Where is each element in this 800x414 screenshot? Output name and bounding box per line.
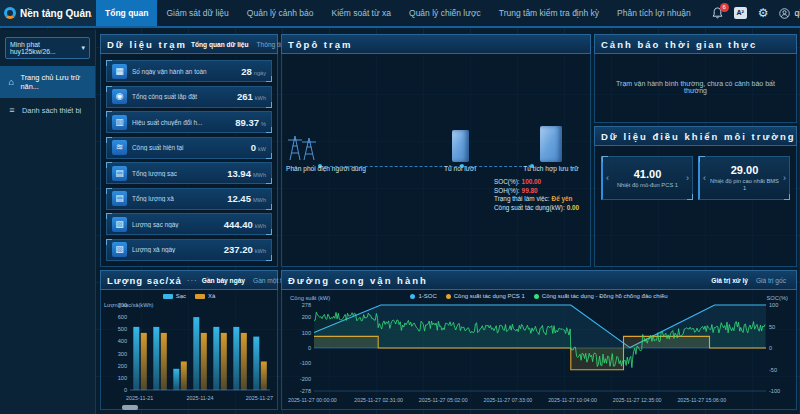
nav-item-0[interactable]: Tổng quan	[96, 0, 157, 26]
stat-icon: ▤	[112, 191, 127, 206]
legend-item-1[interactable]: Công suất tác dụng PCS 1	[446, 293, 525, 299]
charge-panel-title: Lượng sạc/xả	[107, 275, 182, 286]
legend-marker	[446, 294, 451, 299]
chevron-down-icon: ▾	[82, 44, 85, 52]
stat-unit: kWh	[255, 95, 266, 101]
storage-info-line: SOC(%):100.00	[494, 178, 579, 187]
stat-label: Công suất hiện tại	[132, 144, 246, 151]
svg-text:-100: -100	[300, 360, 311, 366]
station-select[interactable]: Minh phat huy125kw/26... ▾	[5, 37, 90, 59]
grid-cabinet-node[interactable]: Tủ nối lưới	[430, 130, 490, 172]
svg-text:500: 500	[118, 326, 127, 332]
legend-item-0[interactable]: 1-SOC	[410, 293, 436, 299]
env-card-body: 41.00Nhiệt độ mô-đun PCS 1	[612, 168, 683, 189]
svg-text:2025-11-24: 2025-11-24	[186, 395, 213, 401]
more-options-icon[interactable]: ···	[187, 276, 198, 285]
stat-label: Tổng công suất lắp đặt	[132, 93, 232, 100]
tab-station-0[interactable]: Tổng quan dữ liệu	[187, 39, 253, 50]
legend-item-2[interactable]: Công suất tác dụng - Đồng hồ chống đảo c…	[534, 293, 668, 299]
nav-item-3[interactable]: Kiểm soát từ xa	[322, 0, 400, 26]
stat-row-6: ▧Lượng sạc ngày444.40kWh	[106, 213, 272, 235]
app-title: Nền tảng Quản...	[20, 8, 92, 19]
username: qikechao	[794, 8, 800, 18]
tab-curve-0[interactable]: Giá trị xử lý	[707, 275, 752, 286]
topology-panel: Tôpô trạm Phân phối điện người dùng Tủ n…	[281, 34, 591, 267]
left-axis-title: Công suất (kW)	[290, 295, 330, 301]
stat-icon: ≋	[112, 140, 127, 155]
nav-item-4[interactable]: Quản lý chiến lược	[400, 0, 490, 26]
sidebar-item-0[interactable]: ⌂Trang chủ Lưu trữ năn...	[0, 66, 95, 98]
logo-icon	[4, 7, 16, 19]
line-chart-legend: 1-SOCCông suất tác dụng PCS 1Công suất t…	[282, 293, 796, 299]
svg-text:2025-11-27 05:02:00: 2025-11-27 05:02:00	[419, 397, 468, 403]
svg-text:200: 200	[302, 314, 311, 320]
prev-arrow-icon[interactable]: ‹	[603, 173, 612, 183]
storage-info-label: Trạng thái làm việc:	[494, 195, 550, 202]
svg-text:50: 50	[769, 324, 775, 330]
env-value: 29.00	[709, 164, 780, 176]
node-label: Tủ nối lưới	[430, 165, 490, 172]
next-arrow-icon[interactable]: ›	[780, 173, 789, 183]
stat-value: 13.94MWh	[227, 168, 266, 179]
topology-panel-title: Tôpô trạm	[288, 39, 352, 50]
legend-item-0[interactable]: Sạc	[163, 293, 186, 299]
sidebar-item-1[interactable]: ≡Danh sách thiết bị	[0, 98, 95, 122]
storage-info-value: 100.00	[522, 178, 542, 185]
nav-item-5[interactable]: Trung tâm kiểm tra định kỳ	[490, 0, 608, 26]
storage-cabinet-node[interactable]: Tủ tích hợp lưu trữ	[518, 126, 584, 172]
list-icon: ≡	[7, 105, 17, 115]
stat-value: 0kW	[251, 142, 266, 153]
stat-value: 444.40kWh	[224, 219, 266, 230]
environment-panel: Dữ liệu điều khiển môi trường ‹41.00Nhiệ…	[594, 126, 797, 267]
stat-value: 237.20kWh	[224, 244, 266, 255]
svg-text:2025-11-27 00:00:00: 2025-11-27 00:00:00	[288, 397, 337, 403]
notification-badge: 6	[720, 3, 729, 12]
svg-text:2025-11-27 12:35:00: 2025-11-27 12:35:00	[613, 397, 662, 403]
grid-supply-node[interactable]: Phân phối điện người dùng	[286, 132, 358, 172]
stat-label: Tổng lượng xả	[132, 195, 222, 202]
svg-text:400: 400	[118, 338, 127, 344]
svg-text:0: 0	[308, 345, 311, 351]
power-towers-icon	[286, 132, 320, 162]
stat-unit: kWh	[255, 223, 266, 229]
tab-charge-0[interactable]: Gần bảy ngày	[198, 275, 249, 286]
sidebar-item-label: Trang chủ Lưu trữ năn...	[20, 73, 88, 91]
storage-info-value: 0.00	[567, 204, 579, 211]
prev-arrow-icon[interactable]: ‹	[700, 173, 709, 183]
svg-text:700: 700	[118, 302, 127, 308]
stat-label: Lượng sạc ngày	[132, 221, 219, 228]
legend-marker	[534, 294, 539, 299]
stat-label: Lượng xả ngày	[132, 246, 219, 253]
storage-info-label: Công suất tác dụng(kW):	[494, 204, 565, 211]
scrollbar-handle[interactable]	[122, 405, 138, 410]
stat-value: 12.45MWh	[227, 193, 266, 204]
svg-text:-100: -100	[769, 388, 780, 394]
storage-info-value: Để yên	[552, 195, 573, 202]
next-arrow-icon[interactable]: ›	[683, 173, 692, 183]
stat-label: Tổng lượng sạc	[132, 170, 222, 177]
stat-value: 28ngày	[241, 66, 266, 77]
legend-marker	[163, 294, 173, 299]
bar-chart: Lượng sạc/xả(kWh)10020030040050060070002…	[104, 299, 276, 403]
operation-curve-panel: Đường cong vận hành Giá trị xử lýGiá trị…	[281, 270, 797, 410]
svg-text:-50: -50	[769, 367, 777, 373]
sidebar-item-label: Danh sách thiết bị	[22, 106, 81, 115]
env-label: Nhiệt độ pin cao nhất BMS 1	[709, 178, 780, 192]
nav-item-1[interactable]: Giám sát dữ liệu	[157, 0, 237, 26]
nav-item-6[interactable]: Phân tích lợi nhuận	[608, 0, 700, 26]
notifications-button[interactable]: 6	[712, 7, 723, 19]
tab-curve-1[interactable]: Giá trị gốc	[752, 275, 790, 286]
stat-label: Hiệu suất chuyển đổi h...	[132, 119, 230, 126]
settings-gear-icon[interactable]: ⚙	[758, 7, 769, 19]
nav-item-2[interactable]: Quản lý cảnh báo	[238, 0, 323, 26]
svg-text:300: 300	[118, 351, 127, 357]
stat-icon: ◉	[112, 89, 127, 104]
language-icon[interactable]: A²	[734, 7, 747, 19]
topology-diagram: Phân phối điện người dùng Tủ nối lưới Tủ…	[282, 54, 590, 265]
svg-text:2025-11-27: 2025-11-27	[246, 395, 273, 401]
stat-unit: %	[261, 121, 266, 127]
svg-text:0: 0	[769, 345, 772, 351]
sidebar-items: ⌂Trang chủ Lưu trữ năn...≡Danh sách thiế…	[0, 66, 95, 122]
legend-item-1[interactable]: Xả	[195, 293, 215, 299]
user-menu[interactable]: qikechao	[779, 8, 800, 19]
